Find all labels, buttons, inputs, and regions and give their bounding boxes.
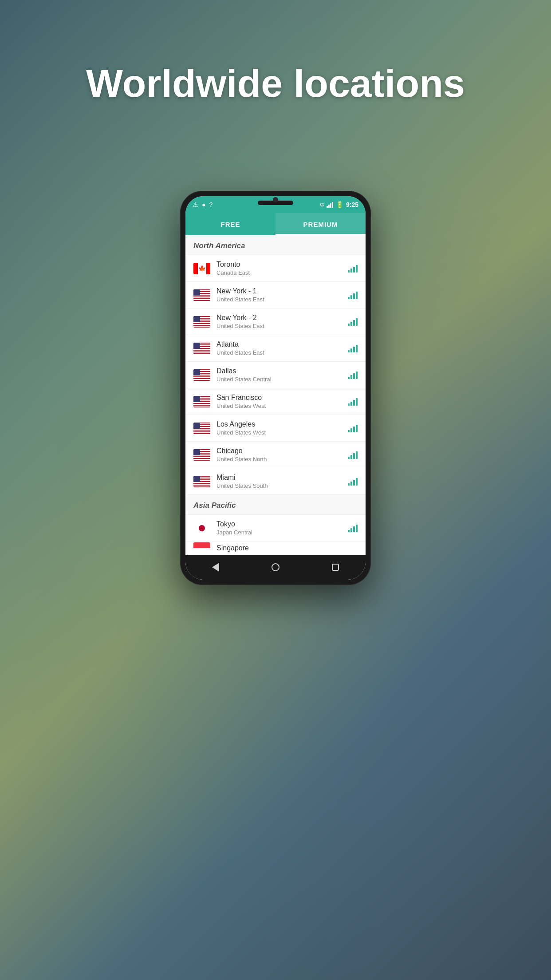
location-atlanta-name: Atlanta <box>216 340 342 348</box>
home-button[interactable] <box>267 558 284 576</box>
phone-device: ⚠ ● ? G 🔋 9:25 <box>180 191 371 585</box>
signal-ny1 <box>348 291 358 299</box>
tab-bar: FREE PREMIUM <box>185 213 366 235</box>
flag-us-atlanta <box>193 343 210 354</box>
phone-screen: ⚠ ● ? G 🔋 9:25 <box>185 196 366 580</box>
status-right-icons: G 🔋 9:25 <box>320 201 358 208</box>
list-item[interactable]: Los Angeles United States West <box>185 415 366 442</box>
signal-ny2 <box>348 318 358 326</box>
recent-icon <box>332 564 339 571</box>
signal-dallas <box>348 371 358 379</box>
list-item[interactable]: New York - 1 United States East <box>185 282 366 308</box>
signal-miami <box>348 478 358 486</box>
section-north-america: North America <box>185 235 366 255</box>
location-tokyo-detail: Japan Central <box>216 529 342 536</box>
flag-us-la <box>193 423 210 434</box>
location-ny1-detail: United States East <box>216 296 342 303</box>
home-icon <box>272 563 279 571</box>
signal-bar-1 <box>327 206 328 208</box>
recent-button[interactable] <box>327 558 344 576</box>
warning-icon: ⚠ <box>193 201 198 208</box>
content-area: North America 🍁 Toronto Canada East <box>185 235 366 555</box>
list-item[interactable]: Miami United States South <box>185 468 366 495</box>
list-item[interactable]: Chicago United States North <box>185 442 366 468</box>
status-left-icons: ⚠ ● ? <box>193 201 213 208</box>
location-la-detail: United States West <box>216 429 342 436</box>
signal-bar-4 <box>332 202 333 208</box>
location-atlanta-info: Atlanta United States East <box>216 340 342 356</box>
location-dallas-info: Dallas United States Central <box>216 367 342 383</box>
tab-premium[interactable]: PREMIUM <box>276 213 366 235</box>
flag-canada: 🍁 <box>193 263 210 274</box>
signal-bar-2 <box>328 205 330 208</box>
signal-la <box>348 424 358 432</box>
location-ny1-info: New York - 1 United States East <box>216 287 342 303</box>
location-singapore-name: Singapore <box>216 544 358 552</box>
phone-camera <box>273 197 278 202</box>
battery-icon: 🔋 <box>336 201 343 208</box>
signal-strength <box>327 202 333 208</box>
location-atlanta-detail: United States East <box>216 349 342 356</box>
phone-body: ⚠ ● ? G 🔋 9:25 <box>180 191 371 585</box>
flag-singapore <box>193 542 210 554</box>
location-dallas-detail: United States Central <box>216 376 342 383</box>
location-dallas-name: Dallas <box>216 367 342 375</box>
location-chicago-name: Chicago <box>216 447 342 455</box>
location-ny2-info: New York - 2 United States East <box>216 314 342 329</box>
flag-us-sf <box>193 396 210 407</box>
location-ny2-detail: United States East <box>216 323 342 329</box>
signal-tokyo <box>348 524 358 532</box>
location-sf-detail: United States West <box>216 403 342 409</box>
flag-us-miami <box>193 476 210 487</box>
location-ny1-name: New York - 1 <box>216 287 342 295</box>
location-singapore-info: Singapore <box>216 544 358 552</box>
location-miami-info: Miami United States South <box>216 474 342 489</box>
time-display: 9:25 <box>346 201 358 208</box>
flag-us-ny2 <box>193 316 210 328</box>
location-la-name: Los Angeles <box>216 420 342 428</box>
bottom-nav <box>185 555 366 580</box>
circle-icon: ● <box>202 201 205 208</box>
tab-free[interactable]: FREE <box>185 213 276 235</box>
signal-bar-3 <box>330 203 331 208</box>
back-icon <box>212 563 219 572</box>
flag-us-chicago <box>193 449 210 461</box>
location-miami-detail: United States South <box>216 482 342 489</box>
signal-chicago <box>348 451 358 459</box>
page-title: Worldwide locations <box>0 62 551 105</box>
wifi-icon: ? <box>209 201 213 208</box>
location-chicago-detail: United States North <box>216 456 342 462</box>
location-miami-name: Miami <box>216 474 342 482</box>
list-item[interactable]: 🍁 Toronto Canada East <box>185 255 366 282</box>
location-chicago-info: Chicago United States North <box>216 447 342 462</box>
location-la-info: Los Angeles United States West <box>216 420 342 436</box>
back-button[interactable] <box>207 558 224 576</box>
mobile-data-icon: G <box>320 202 324 207</box>
flag-japan <box>193 522 210 534</box>
location-toronto-info: Toronto Canada East <box>216 261 342 276</box>
tab-indicator <box>276 234 366 235</box>
section-asia-pacific: Asia Pacific <box>185 495 366 515</box>
flag-us-dallas <box>193 369 210 381</box>
location-sf-info: San Francisco United States West <box>216 394 342 409</box>
location-toronto-detail: Canada East <box>216 269 342 276</box>
list-item[interactable]: Singapore <box>185 541 366 555</box>
location-toronto-name: Toronto <box>216 261 342 269</box>
location-ny2-name: New York - 2 <box>216 314 342 322</box>
list-item[interactable]: New York - 2 United States East <box>185 308 366 335</box>
signal-sf <box>348 398 358 406</box>
signal-toronto <box>348 265 358 273</box>
location-tokyo-name: Tokyo <box>216 520 342 528</box>
list-item[interactable]: Dallas United States Central <box>185 362 366 388</box>
flag-us-ny1 <box>193 289 210 301</box>
list-item[interactable]: Atlanta United States East <box>185 335 366 362</box>
location-tokyo-info: Tokyo Japan Central <box>216 520 342 536</box>
location-sf-name: San Francisco <box>216 394 342 402</box>
list-item[interactable]: Tokyo Japan Central <box>185 515 366 541</box>
list-item[interactable]: San Francisco United States West <box>185 388 366 415</box>
signal-atlanta <box>348 344 358 352</box>
